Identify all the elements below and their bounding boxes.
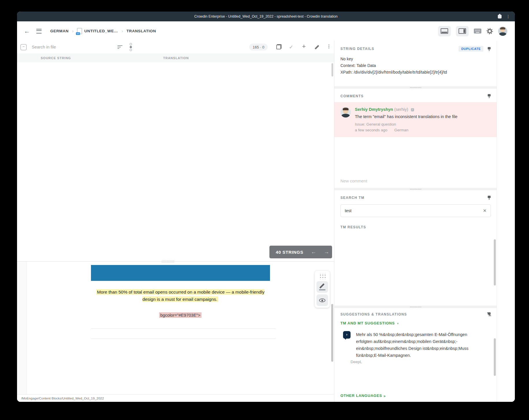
tm-scrollbar[interactable] <box>494 239 496 285</box>
collapse-all-button[interactable]: − <box>21 44 27 50</box>
file-preview-pane: More than 50% of total email opens occur… <box>17 261 334 402</box>
comment-avatar <box>340 107 351 117</box>
preview-scrollbar[interactable] <box>331 304 333 362</box>
string-context: Context: Table Data <box>340 62 491 69</box>
layout-bottom-toggle-button[interactable] <box>438 26 451 36</box>
unpin-icon[interactable] <box>487 312 491 316</box>
drag-grip-icon[interactable] <box>319 273 326 279</box>
edit-icon[interactable] <box>314 44 320 50</box>
list-scrollbar[interactable] <box>331 63 333 76</box>
comments-header: COMMENTS <box>340 94 364 98</box>
string-list <box>17 62 334 261</box>
suggestions-section: SUGGESTIONS & TRANSLATIONS TM AND MT SUG… <box>334 308 497 402</box>
app-window: Crowdin Enterprise - Untitled_Wed_Oct_19… <box>17 12 515 402</box>
string-options-icon[interactable] <box>130 43 132 51</box>
comment-item[interactable]: Serhiy Dmytryshyn (serhiy) ✓ The term "e… <box>334 102 497 137</box>
tm-results-header: TM RESULTS <box>334 217 497 229</box>
filter-icon[interactable] <box>118 45 122 49</box>
right-panel: STRING DETAILS DUPLICATE No key Context:… <box>334 41 497 402</box>
browser-menu-icon[interactable]: ⋮ <box>506 14 510 19</box>
string-xpath: XPath: /div/div/div[2]/div/html/body/tab… <box>340 69 491 76</box>
search-tm-section: SEARCH TM test ✕ TM RESULTS <box>334 190 497 306</box>
prev-page-icon[interactable]: ← <box>311 249 316 255</box>
string-key: No key <box>340 56 491 62</box>
apps-sidebar <box>497 41 515 402</box>
divider <box>91 339 276 339</box>
navbar: ← GERMAN › UNTITLED_WE… › TRANSLATION <box>17 21 515 41</box>
comment-time: a few seconds ago <box>355 128 388 132</box>
copy-source-icon[interactable] <box>276 44 282 49</box>
breadcrumb-chevron-icon: › <box>122 29 123 34</box>
tm-mt-suggestions-toggle[interactable]: TM AND MT SUGGESTIONS▼ <box>334 316 497 325</box>
comment-username: (serhiy) <box>394 107 408 112</box>
email-header-band <box>91 265 270 281</box>
strings-count-label: 40 STRINGS <box>276 250 303 255</box>
menu-icon[interactable] <box>36 29 42 33</box>
layout-bottom-icon <box>441 28 448 34</box>
section-divider[interactable] <box>334 188 497 190</box>
comment-author[interactable]: Serhiy Dmytryshyn <box>355 107 393 112</box>
translation-column-header: TRANSLATION <box>163 56 189 60</box>
window-title: Crowdin Enterprise - Untitled_Wed_Oct_19… <box>17 14 515 18</box>
suggestions-header: SUGGESTIONS & TRANSLATIONS <box>340 312 407 316</box>
divider <box>91 328 276 329</box>
duplicate-badge: DUPLICATE <box>459 46 483 52</box>
comment-language: German <box>394 128 409 132</box>
clear-search-icon[interactable]: ✕ <box>483 208 487 213</box>
layout-side-toggle-button[interactable] <box>456 26 469 36</box>
editor-toolbar: − Search in file 165 · 0 ✓ + ⋮ <box>17 41 334 54</box>
suggestions-scrollbar[interactable] <box>494 338 496 376</box>
approve-icon[interactable]: ✓ <box>289 44 293 50</box>
section-divider[interactable] <box>334 306 497 308</box>
preview-eye-button[interactable] <box>316 294 328 306</box>
back-arrow-icon[interactable]: ← <box>24 28 30 35</box>
mt-suggestion-item[interactable]: › Mehr als 50 %&nbsp;der&nbsp;gesamten E… <box>334 325 497 364</box>
preview-headline[interactable]: More than 50% of total email opens occur… <box>91 288 270 303</box>
comment-meta: a few seconds agoGerman <box>355 128 457 132</box>
breadcrumb-file[interactable]: UNTITLED_WE… <box>84 29 118 33</box>
mt-engine-label: DeepL <box>351 360 472 364</box>
keyboard-shortcuts-icon[interactable] <box>474 29 481 33</box>
tm-search-value: test <box>345 208 351 213</box>
layout-side-icon <box>459 28 466 34</box>
breadcrumb-page: TRANSLATION <box>126 29 156 33</box>
user-avatar[interactable] <box>498 27 507 36</box>
settings-gear-icon[interactable] <box>487 28 493 34</box>
tm-search-input[interactable]: test ✕ <box>340 204 491 217</box>
strings-count-pill: 40 STRINGS ← → <box>269 246 332 258</box>
caret-down-icon: ▼ <box>396 322 399 325</box>
more-options-icon[interactable]: ⋮ <box>327 44 331 49</box>
source-string-column-header: SOURCE STRING <box>41 56 71 60</box>
next-page-icon[interactable]: → <box>324 249 329 255</box>
search-in-file-input[interactable]: Search in file <box>32 45 56 49</box>
other-languages-toggle[interactable]: OTHER LANGUAGES▶ <box>340 393 386 398</box>
pin-icon[interactable] <box>487 195 491 200</box>
comment-text: The term "email" has inconsistent transl… <box>355 114 457 119</box>
string-details-header: STRING DETAILS <box>340 47 374 51</box>
breadcrumb-chevron-icon: › <box>72 29 74 34</box>
preview-floating-toolbar <box>315 271 330 308</box>
new-comment-input[interactable]: New comment <box>340 179 367 183</box>
preview-edit-button[interactable] <box>316 281 328 293</box>
deepl-icon: › <box>343 331 351 339</box>
comment-issue-label: Issue: General question <box>355 122 457 126</box>
string-details-section: STRING DETAILS DUPLICATE No key Context:… <box>334 41 497 86</box>
mt-suggestion-text[interactable]: Mehr als 50 %&nbsp;der&nbsp;gesamten E-M… <box>356 331 472 359</box>
file-path-statusbar: /MoEngage/Content Blocks/Untitled_Wed_Oc… <box>17 394 334 402</box>
editor-panel: − Search in file 165 · 0 ✓ + ⋮ SOURCE ST… <box>17 41 334 402</box>
section-divider[interactable] <box>334 86 497 89</box>
preview-left-strip <box>17 262 27 394</box>
caret-right-icon: ▶ <box>384 395 386 397</box>
add-string-icon[interactable]: + <box>302 43 306 50</box>
comments-section: COMMENTS Serhiy Dmytryshyn (serhiy) ✓ Th… <box>334 89 497 188</box>
pin-icon[interactable] <box>487 94 491 98</box>
column-headers: SOURCE STRING TRANSLATION <box>17 53 334 62</box>
preview-content: More than 50% of total email opens occur… <box>27 262 334 394</box>
titlebar: Crowdin Enterprise - Untitled_Wed_Oct_19… <box>17 12 515 21</box>
preview-code-line[interactable]: bgcolor="#E9703E"> <box>91 313 270 318</box>
file-icon <box>77 28 82 34</box>
search-tm-header: SEARCH TM <box>340 196 364 200</box>
breadcrumb-language[interactable]: GERMAN <box>50 29 69 33</box>
pin-icon[interactable] <box>487 47 491 51</box>
extension-icon[interactable] <box>498 15 502 18</box>
